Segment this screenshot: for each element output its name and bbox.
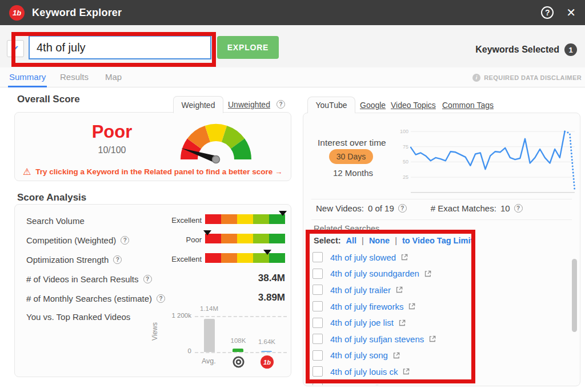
related-search-link[interactable]: 4th of july louis ck [330,367,398,377]
you-bar-value: 1.64K [254,338,279,345]
divider [311,219,572,220]
related-search-checkbox[interactable] [312,318,323,328]
select-all-link[interactable]: All [346,236,357,245]
exact-matches-help-icon[interactable]: ? [514,204,523,213]
related-search-checkbox[interactable] [312,285,323,295]
related-searches-heading: Related Searches [314,224,379,233]
svg-text:100: 100 [400,129,408,134]
avg-views-bar [204,319,215,352]
tab-summary-underline [8,86,47,87]
warning-triangle-icon: ⚠ [23,166,31,177]
required-data-disclaimer[interactable]: i REQUIRED DATA DISCLAIMER [472,74,582,82]
related-search-checkbox[interactable] [312,301,323,311]
related-search-link[interactable]: 4th of july fireworks [330,302,403,311]
optimization-help-icon[interactable]: ? [113,255,122,264]
avg-bar-value: 1.14M [197,305,222,312]
keyword-search-input[interactable] [29,35,211,59]
related-search-row: 4th of july slowed [312,249,501,266]
scale-marker-icon [203,230,211,235]
related-search-checkbox[interactable] [312,366,323,377]
tab-common-tags[interactable]: Common Tags [442,101,494,110]
comparison-label: You vs. Top Ranked Videos [26,312,130,322]
tab-map[interactable]: Map [105,72,122,82]
videos-in-results-value: 38.4M [258,273,285,284]
tubebuddy-logo-icon: 1b [9,5,25,21]
related-search-link[interactable]: 4th of july slowed [330,253,396,262]
interest-over-time-label: Interest over time [318,138,386,148]
tab-results[interactable]: Results [60,72,89,82]
related-search-link[interactable]: 4th of july song [330,350,388,360]
tab-unweighted[interactable]: Unweighted [228,100,270,109]
youtube-panel-card: Interest over time 30 Days 12 Months 100… [303,113,580,386]
related-search-link[interactable]: 4th of july sufjan stevens [330,334,424,344]
score-gauge [170,115,262,165]
videos-in-results-help-icon[interactable]: ? [143,275,152,283]
related-search-row: 4th of july sufjan stevens [312,331,501,347]
help-icon[interactable]: ? [541,6,554,19]
search-volume-rating: Excellent [150,216,202,225]
avg-x-label: Avg. [202,357,216,365]
related-search-checkbox[interactable] [312,350,323,361]
explore-button[interactable]: EXPLORE [217,36,279,59]
gridline-top [195,316,287,317]
search-volume-label: Search Volume [26,216,85,226]
score-warning: ⚠ Try clicking a Keyword in the Related … [23,166,282,177]
tab-summary[interactable]: Summary [9,72,46,82]
keywords-selected-label: Keywords Selected [475,45,559,55]
score-rating: Poor 10/100 [55,122,169,155]
score-fraction: 10/100 [55,145,169,155]
new-videos-label: New Videos: [316,203,364,213]
range-12-months[interactable]: 12 Months [333,168,373,178]
divider [311,199,572,199]
related-search-checkbox[interactable] [312,252,323,262]
overall-score-help-icon[interactable]: ? [277,100,285,109]
svg-text:50: 50 [403,159,408,165]
tab-video-topics[interactable]: Video Topics [391,101,436,110]
external-link-icon [396,286,403,293]
new-videos-help-icon[interactable]: ? [398,204,407,213]
keywords-selected: Keywords Selected 1 [475,43,577,56]
tab-google[interactable]: Google [360,101,386,110]
keyword-tool-icon[interactable]: ✔ [7,40,24,57]
ytick-0: 0 [166,347,191,354]
close-icon[interactable]: ✕ [566,7,576,18]
scale-marker-icon [263,250,271,255]
score-analysis-card: Search Volume Excellent Competition (Wei… [14,204,291,377]
tab-youtube[interactable]: YouTube [307,97,355,113]
interest-chart: 100755025 [395,118,578,198]
related-search-row: 4th of july fireworks [312,298,501,315]
external-link-icon [429,335,436,342]
tubebuddy-mini-icon: 1b [261,355,274,369]
select-to-tag-limit-link[interactable]: to Video Tag Limit [402,236,473,245]
select-none-link[interactable]: None [369,236,390,245]
tab-weighted[interactable]: Weighted [173,96,223,113]
optimization-strength-label: Optimization Strength ? [26,255,122,265]
related-select-row: Select: All | None | to Video Tag Limit [314,236,473,245]
competition-label: Competition (Weighted) ? [26,235,129,245]
optimization-rating: Excellent [150,255,202,263]
exact-matches-label: # Exact Matches: [431,203,496,213]
related-search-link[interactable]: 4th of july trailer [330,285,391,295]
overall-score-card: Poor 10/100 ⚠ Try clicking a Keyword in … [14,112,291,181]
related-search-row: 4th of july song [312,347,501,364]
competition-help-icon[interactable]: ? [121,236,129,245]
monthly-searches-label: # of Monthly Searches (estimate) ? [26,294,165,303]
related-search-row: 4th of july soundgarden [312,266,501,282]
videos-in-results-label: # of Videos in Search Results ? [26,274,152,284]
gridline-bottom [195,352,287,353]
target-icon [232,355,245,369]
range-30-days-pill[interactable]: 30 Days [329,149,373,164]
related-search-checkbox[interactable] [312,334,323,344]
keywords-selected-badge[interactable]: 1 [564,43,577,56]
related-search-link[interactable]: 4th of july soundgarden [330,269,419,278]
overall-score-heading: Overall Score [17,94,80,105]
scrollbar-thumb[interactable] [572,259,577,332]
gauge-hub [213,156,220,163]
related-search-link[interactable]: 4th of july joe list [330,318,394,327]
title-bar: 1b Keyword Explorer ? ✕ [0,0,585,25]
scale-marker-icon [279,211,287,216]
related-search-checkbox[interactable] [312,269,323,279]
related-search-link[interactable]: 4th of july [330,383,367,385]
competition-scale [205,234,285,243]
related-search-checkbox[interactable] [312,383,323,385]
